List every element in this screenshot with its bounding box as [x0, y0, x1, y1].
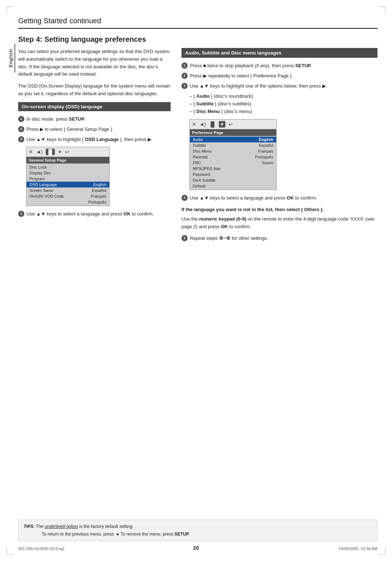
pref-row-pbc: PBCSuomi	[190, 160, 276, 166]
tips-indent: To return to the previous menu, press ◄ …	[42, 532, 190, 537]
audio-step2-text: Press ▶ repeatedly to select { Preferenc…	[190, 72, 377, 80]
body-text-1: You can select your preferred language s…	[18, 48, 171, 78]
menu-icon-star: ✦	[58, 149, 62, 155]
left-column: You can select your preferred language s…	[18, 48, 171, 245]
osd-step-3: 3 Use ▲▼ keys to highlight { OSD Languag…	[18, 136, 171, 143]
page-title: Getting Started continued	[18, 15, 377, 29]
menu-row-disclock: Disc Lock	[26, 164, 109, 170]
pref-row-audio: AudioEnglish	[190, 137, 276, 142]
menu-icon-return: ↩	[65, 149, 69, 155]
if-language-section: If the language you want is not in the l…	[181, 206, 377, 230]
sidebar-language-label: English	[8, 44, 15, 73]
corner-mark-br	[378, 547, 385, 554]
audio-step3-options: – { Audio } (disc's soundtrack) – { Subt…	[189, 93, 377, 115]
menu-body-general: Disc Lock Display Dim Program OSD Langua…	[26, 164, 109, 206]
general-setup-menu: ✕ ◄) ▐▌ ✦ ↩ General Setup Page Disc Lock…	[26, 147, 110, 206]
step4-heading: Step 4: Setting language preferences	[18, 35, 377, 44]
audio-step4-text: Use ▲▼ keys to select a language and pre…	[190, 194, 377, 202]
audio-step-circle-2: 2	[181, 73, 188, 79]
audio-step5-text: Repeat steps ③~④ for other settings.	[190, 235, 377, 242]
pref-row-password: Password	[190, 171, 276, 177]
osd-step-4: 4 Use ▲▼ keys to select a language and p…	[18, 210, 171, 218]
audio-step-5: 5 Repeat steps ③~④ for other settings.	[181, 235, 377, 242]
osd-step-2: 2 Press ▶ to select { General Setup Page…	[18, 126, 171, 133]
title-main: Getting Started	[18, 17, 67, 25]
osd-step1-text: In disc mode, press SETUP.	[26, 116, 171, 123]
osd-step3-text: Use ▲▼ keys to highlight { OSD Language …	[26, 136, 171, 143]
step-circle-2: 2	[18, 126, 24, 132]
menu-icon-x: ✕	[29, 149, 33, 155]
audio-step-3: 3 Use ▲▼ keys to highlight one of the op…	[181, 82, 377, 90]
title-cont: continued	[70, 17, 101, 25]
menu-row-screensaver: Screen SaverEspañol	[26, 187, 109, 193]
pref-row-default: Default	[190, 183, 276, 189]
menu-icon-speaker: ◄)	[36, 149, 43, 155]
menu-row-portugues: Português	[26, 199, 109, 205]
pref-row-mp3: MP3/JPEG Nav	[190, 166, 276, 171]
pref-row-discmenu: Disc MenuFrançais	[190, 148, 276, 154]
menu-row-program: Program	[26, 176, 109, 182]
menu-header-general: General Setup Page	[26, 157, 109, 164]
corner-mark-tl	[7, 7, 14, 14]
menu-icons-bar: ✕ ◄) ▐▌ ✦ ↩	[26, 147, 109, 157]
audio-section-heading: Audio, Subtitle and Disc menu languages	[181, 48, 377, 58]
menu-row-divx: DivX(R) VOD CodeFrançais	[26, 193, 109, 199]
right-column: Audio, Subtitle and Disc menu languages …	[181, 48, 377, 245]
pref-menu-icons-bar: ✕ ◄) ▐▌ ✦ ↩	[190, 120, 276, 129]
audio-step-1: 1 Press ■ twice to stop playback (if any…	[181, 62, 377, 69]
body-text-2: The OSD (On-Screen Display) language for…	[18, 82, 171, 98]
audio-step-circle-5: 5	[181, 235, 188, 241]
osd-section-heading: On-screen display (OSD) language	[18, 102, 171, 111]
audio-step-circle-4: 4	[181, 195, 188, 201]
pref-row-subtitle: SubtitleEspañol	[190, 142, 276, 148]
pref-menu-body: AudioEnglish SubtitleEspañol Disc MenuFr…	[190, 136, 276, 190]
tips-label: TIPS:	[24, 524, 35, 529]
footer-right: 14/04/2005, 10:38 AM	[338, 546, 377, 551]
preference-page-menu: ✕ ◄) ▐▌ ✦ ↩ Preference Page AudioEnglish…	[189, 119, 277, 190]
footer-left: 001-049-hts3500-93-Eng1	[18, 546, 65, 551]
audio-step-circle-3: 3	[181, 83, 188, 89]
pref-menu-icon-return: ↩	[228, 121, 233, 127]
page-number: 20	[193, 545, 199, 551]
osd-step2-text: Press ▶ to select { General Setup Page }…	[26, 126, 171, 133]
page-content: Getting Started continued Step 4: Settin…	[18, 15, 377, 546]
menu-row-osd: OSD LanguageEnglish	[26, 182, 109, 187]
pref-menu-icon-screen: ▐▌	[209, 121, 216, 127]
osd-step4-text: Use ▲▼ keys to select a language and pre…	[26, 210, 171, 218]
tips-box: TIPS: The underlined option is the facto…	[18, 520, 377, 541]
pref-row-divxsub: DivX Subtitle	[190, 177, 276, 183]
osd-step-1: 1 In disc mode, press SETUP.	[18, 116, 171, 123]
audio-step1-text: Press ■ twice to stop playback (if any),…	[190, 62, 377, 69]
tips-line1: The underlined option is the factory def…	[36, 524, 134, 529]
audio-step3-text: Use ▲▼ keys to highlight one of the opti…	[190, 82, 377, 90]
pref-menu-icon-star: ✦	[219, 121, 225, 128]
pref-menu-header: Preference Page	[190, 129, 276, 136]
step-circle-1: 1	[18, 116, 24, 122]
audio-step-4: 4 Use ▲▼ keys to select a language and p…	[181, 194, 377, 202]
pref-menu-icon-speaker: ◄)	[199, 121, 206, 127]
corner-mark-bl	[7, 547, 14, 554]
pref-menu-icon-x: ✕	[192, 121, 196, 127]
corner-mark-tr	[378, 7, 385, 14]
pref-row-parental: ParentalPortuguês	[190, 154, 276, 160]
audio-step-circle-1: 1	[181, 62, 188, 69]
step-circle-3: 3	[18, 136, 24, 142]
step-circle-4: 4	[18, 211, 24, 217]
menu-row-displaydim: Display Dim	[26, 170, 109, 176]
audio-step-2: 2 Press ▶ repeatedly to select { Prefere…	[181, 72, 377, 80]
menu-icon-screen: ▐▌	[46, 149, 55, 155]
